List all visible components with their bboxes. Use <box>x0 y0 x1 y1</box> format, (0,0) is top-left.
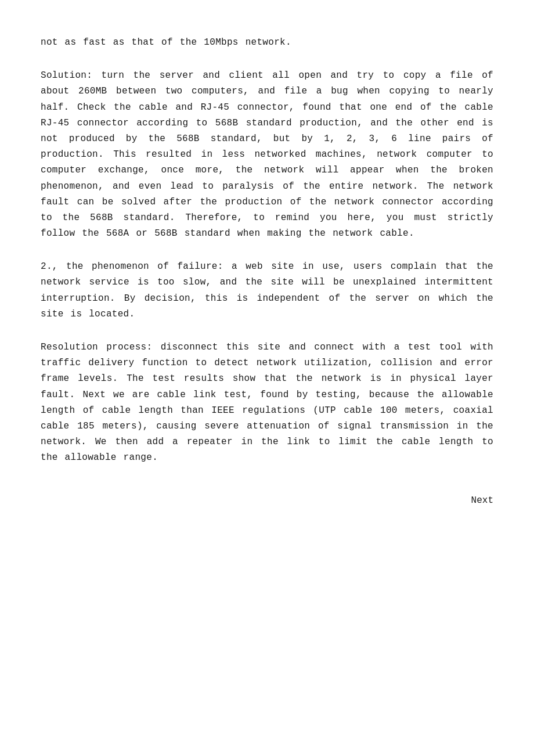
paragraph-4-text: Resolution process: disconnect this site… <box>41 342 493 463</box>
content-area: not as fast as that of the 10Mbps networ… <box>41 35 493 506</box>
paragraph-3: 2., the phenomenon of failure: a web sit… <box>41 259 493 322</box>
paragraph-1-text: not as fast as that of the 10Mbps networ… <box>41 37 291 48</box>
paragraph-2: Solution: turn the server and client all… <box>41 68 493 242</box>
paragraph-2-text: Solution: turn the server and client all… <box>41 70 493 239</box>
paragraph-3-text: 2., the phenomenon of failure: a web sit… <box>41 261 493 319</box>
paragraph-1: not as fast as that of the 10Mbps networ… <box>41 35 493 51</box>
next-button[interactable]: Next <box>471 495 493 506</box>
paragraph-4: Resolution process: disconnect this site… <box>41 340 493 466</box>
navigation-bar: Next <box>41 489 493 506</box>
